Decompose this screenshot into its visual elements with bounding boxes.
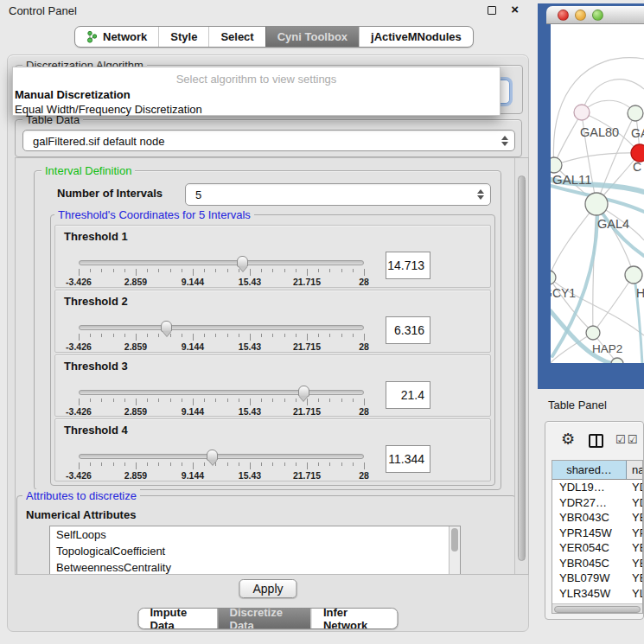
tick-mark (182, 462, 182, 466)
threshold-label: Threshold 1 (64, 230, 128, 243)
network-canvas[interactable]: GAL80GACGAL11GAL4GCY1HHAP2 (551, 24, 644, 363)
slider-thumb[interactable] (207, 450, 218, 461)
apply-button[interactable]: Apply (239, 579, 296, 598)
table-row[interactable]: YLR345WYLR34 (552, 586, 642, 602)
slider-scale: -3.4262.8599.14415.4321.71528 (79, 277, 364, 287)
number-of-intervals-select[interactable]: 5 (185, 183, 491, 206)
gear-icon[interactable]: ⚙ (561, 430, 575, 449)
threshold-slider[interactable] (79, 325, 364, 330)
column-layout-icon[interactable] (589, 434, 603, 448)
network-node-gal4[interactable] (585, 193, 608, 215)
tick-mark (215, 269, 216, 272)
table-data-select[interactable]: galFiltered.sif default node (22, 130, 515, 151)
tab-cyni-toolbox[interactable]: Cyni Toolbox (265, 27, 359, 47)
tick-mark (284, 462, 285, 466)
threshold-value-field[interactable]: 21.4 (386, 381, 430, 409)
threshold-value-field[interactable]: 14.713 (386, 252, 430, 279)
tab-style[interactable]: Style (158, 27, 208, 47)
algorithm-option-equal-width[interactable]: Equal Width/Frequency Discretization (15, 103, 202, 116)
float-icon[interactable] (488, 6, 496, 15)
slider-thumb[interactable] (161, 321, 172, 332)
stepper-icon[interactable] (501, 136, 508, 146)
scale-label: -3.426 (66, 406, 92, 417)
attribute-list-item[interactable]: BetweennessCentrality (50, 559, 460, 575)
attribute-list-item[interactable]: SelfLoops (50, 526, 460, 543)
tick-mark (90, 269, 91, 272)
tick-mark (182, 399, 182, 402)
tab-network[interactable]: Network (75, 27, 158, 47)
tick-mark (227, 462, 228, 466)
slider-track[interactable] (79, 390, 364, 395)
attributes-scrollbar[interactable] (449, 526, 460, 575)
tick-mark (147, 334, 148, 337)
threshold-value-field[interactable]: 6.316 (386, 316, 430, 344)
scale-label: 15.43 (239, 341, 261, 352)
table-row[interactable]: YPR145WYPR14 (552, 526, 642, 541)
table-row[interactable]: YDL19…YDL19 (552, 480, 642, 495)
stepper-icon[interactable] (477, 189, 484, 200)
control-panel: Control Panel × NetworkStyleSelectCyni T… (0, 0, 534, 644)
tick-mark (101, 334, 102, 337)
slider-track[interactable] (79, 325, 364, 330)
scale-label: 28 (359, 406, 369, 417)
tab-infer-network[interactable]: Infer Network (311, 609, 398, 628)
slider-track[interactable] (79, 454, 364, 459)
network-node-gal11[interactable] (551, 157, 562, 173)
tab-jactivemnodules[interactable]: jActiveMNodules (359, 27, 473, 47)
threshold-box: Threshold 1-3.4262.8599.14415.4321.71528… (54, 225, 491, 288)
zoom-traffic-light-icon[interactable] (592, 10, 603, 21)
table-row[interactable]: YBL079WYBL07 (552, 571, 642, 586)
tick-mark (170, 462, 171, 466)
tab-discretize-data[interactable]: Discretize Data (218, 609, 311, 628)
tick-mark (318, 269, 319, 272)
table-horizontal-scrollbar[interactable] (552, 603, 642, 613)
close-icon[interactable]: × (511, 2, 519, 16)
tick-mark (193, 334, 194, 341)
tick-mark (113, 334, 114, 337)
table-row[interactable]: YDR27…YDR27 (552, 495, 642, 511)
threshold-slider[interactable] (79, 260, 364, 265)
network-edge[interactable] (554, 153, 640, 165)
network-node-c[interactable] (631, 144, 644, 162)
column-header-name[interactable]: na (627, 461, 642, 479)
tick-mark (90, 334, 91, 337)
tick-mark (329, 399, 330, 402)
panel-vertical-scrollbar[interactable] (514, 158, 528, 574)
column-header-shared-name[interactable]: shared… (552, 461, 627, 479)
network-node-gal80[interactable] (574, 105, 590, 120)
tick-mark (124, 334, 125, 337)
network-node-ga[interactable] (628, 105, 643, 121)
attributes-listbox[interactable]: SelfLoopsTopologicalCoefficientBetweenne… (49, 526, 461, 575)
threshold-value-field[interactable]: 11.344 (386, 445, 430, 473)
network-node-h[interactable] (625, 266, 642, 284)
scrollbar-thumb[interactable] (518, 175, 526, 561)
table-row[interactable]: YBR043CYBR04 (552, 510, 642, 526)
table-row[interactable]: YER054CYER05 (552, 540, 642, 556)
network-node-label: GAL4 (597, 217, 629, 231)
slider-track[interactable] (79, 260, 364, 265)
algorithm-placeholder-option[interactable]: Select algorithm to view settings (13, 73, 500, 86)
threshold-label: Threshold 2 (64, 295, 128, 308)
network-node-hap2[interactable] (586, 326, 600, 340)
tick-mark (272, 399, 273, 402)
tab-select[interactable]: Select (208, 27, 265, 47)
table-row[interactable]: YBR045CYBR04 (552, 556, 642, 571)
network-window-titlebar[interactable] (546, 6, 644, 24)
tab-impute-data[interactable]: Impute Data (139, 609, 218, 628)
attribute-list-item[interactable]: TopologicalCoefficient (50, 543, 460, 559)
network-edge[interactable] (554, 112, 582, 165)
close-traffic-light-icon[interactable] (558, 10, 569, 21)
slider-thumb[interactable] (237, 256, 248, 267)
tick-mark (101, 399, 102, 402)
threshold-slider[interactable] (79, 390, 364, 395)
scrollbar-thumb[interactable] (451, 528, 458, 552)
algorithm-option-manual[interactable]: Manual Discretization (15, 88, 131, 101)
slider-thumb[interactable] (298, 386, 309, 397)
tick-mark (79, 269, 80, 276)
cell-shared-name: YBR043C (552, 510, 627, 526)
minimize-traffic-light-icon[interactable] (575, 10, 586, 21)
threshold-slider[interactable] (79, 454, 364, 459)
cell-name: YPR14 (627, 526, 642, 541)
select-columns-icon[interactable]: ☑☑ (615, 433, 639, 446)
scrollbar-thumb[interactable] (554, 606, 641, 613)
